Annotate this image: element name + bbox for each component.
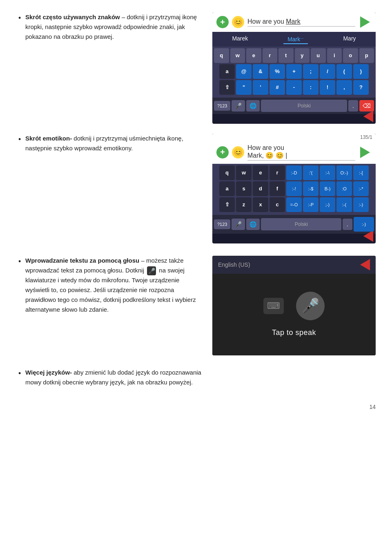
key-slash[interactable]: / [320, 64, 335, 79]
key-num1[interactable]: ?123 [214, 101, 230, 111]
key-emot-cool[interactable]: B-) [320, 181, 335, 196]
voice-mic-button[interactable]: 🎤 [296, 292, 325, 320]
key-dquote[interactable]: " [236, 80, 252, 95]
key-x2[interactable]: x [253, 197, 268, 212]
key-w2[interactable]: w [236, 165, 252, 180]
suggestion-mary[interactable]: Mary [339, 34, 360, 44]
keyboard-icon[interactable]: ⌨ [263, 298, 284, 314]
key-s2[interactable]: s [236, 181, 252, 196]
key-q2[interactable]: q [219, 165, 235, 180]
key-quest[interactable]: ? [353, 80, 369, 95]
key-shift[interactable]: ⇧ [219, 80, 235, 95]
key-f2[interactable]: f [270, 181, 285, 196]
key-emot-smiley2[interactable]: :-) [354, 217, 374, 232]
key-c2[interactable]: c [270, 197, 285, 212]
suggestion-mark[interactable]: Mark [283, 34, 307, 44]
key-lparen[interactable]: ( [336, 64, 352, 79]
key-excl[interactable]: ! [320, 80, 335, 95]
key-percent[interactable]: % [270, 64, 285, 79]
keyboard-screenshot-2: 135/1 + 😊 How are youMark, 😊 😊 | q w e [212, 134, 376, 243]
key-t[interactable]: t [278, 48, 294, 63]
key-mic1[interactable]: 🎤 [232, 100, 245, 112]
key-i[interactable]: i [327, 48, 342, 63]
key-emot-angel[interactable]: O:-) [336, 165, 352, 180]
voice-input-area: ⌨ 🎤 Tap to speak [212, 274, 376, 355]
emoji-button-2[interactable]: 😊 [232, 146, 244, 158]
kb-screen-3: English (US) ⌨ 🎤 Tap to speak [212, 256, 376, 355]
section-3: Wprowadzanie tekstu za pomocą głosu – mo… [16, 256, 376, 355]
key-space1[interactable]: Polski [261, 100, 347, 112]
key-num2[interactable]: ?123 [214, 219, 230, 229]
red-arrow-2 [212, 230, 376, 242]
key-emot-cry[interactable]: :'( [303, 165, 318, 180]
bullet-item-1: Skrót często używanych znaków – dotknij … [16, 12, 204, 42]
key-at[interactable]: @ [236, 64, 252, 79]
key-emot-wink[interactable]: ;-) [320, 197, 335, 212]
key-emot-excl[interactable]: :-! [286, 181, 302, 196]
message-bar-2: + 😊 How are youMark, 😊 😊 | [212, 141, 376, 164]
key-colon[interactable]: : [303, 80, 318, 95]
key-mic2[interactable]: 🎤 [232, 219, 245, 230]
key-q[interactable]: q [214, 48, 229, 63]
key-p[interactable]: p [359, 48, 374, 63]
key-d2[interactable]: d [253, 181, 268, 196]
tap-to-speak-label: Tap to speak [272, 328, 316, 337]
send-button-2[interactable] [359, 146, 372, 159]
key-emot-eqo[interactable]: =-O [286, 197, 302, 212]
voice-controls: ⌨ 🎤 [263, 292, 325, 320]
key-globe2[interactable]: 🌐 [246, 219, 260, 230]
key-w[interactable]: w [230, 48, 245, 63]
key-hash[interactable]: # [270, 80, 285, 95]
kb-row-symbols1: a @ & % + ; / ( ) [214, 64, 374, 79]
key-o[interactable]: o [343, 48, 358, 63]
bullet-1-title: Skrót często używanych znaków [25, 13, 120, 20]
bullet-item-2: Skrót emotikon- dotknij i przytrzymaj uś… [16, 134, 204, 153]
key-comma[interactable]: , [336, 80, 352, 95]
key-emot-o[interactable]: :O [336, 181, 352, 196]
key-emot-sad[interactable]: :-( [336, 197, 352, 212]
key-a[interactable]: a [219, 64, 235, 79]
bullet-3-title: Wprowadzanie tekstu za pomocą głosu [25, 257, 139, 264]
key-rparen[interactable]: ) [353, 64, 369, 79]
emoji-button-1[interactable]: 😊 [232, 16, 244, 28]
key-emot-bsl[interactable]: :-\ [320, 165, 335, 180]
key-emot-lbr[interactable]: :-[ [353, 165, 369, 180]
key-amp[interactable]: & [253, 64, 268, 79]
key-e[interactable]: e [246, 48, 261, 63]
key-emot-dollar[interactable]: :-$ [303, 181, 318, 196]
key-emot-tongue[interactable]: :-P [303, 197, 318, 212]
inline-mic-icon: 🎤 [147, 266, 156, 275]
keyboard-keys-1: q w e r t y u i o p a @ & % + [212, 47, 376, 98]
key-period2[interactable]: . [343, 219, 352, 230]
section-2: Skrót emotikon- dotknij i przytrzymaj uś… [16, 134, 376, 243]
message-bar-1: + 😊 How are you Mark [212, 12, 376, 32]
key-z2[interactable]: z [236, 197, 252, 212]
key-emot-star[interactable]: :-* [353, 181, 369, 196]
key-squote[interactable]: ' [253, 80, 268, 95]
keyboard-screenshot-1: + 😊 How are you Mark Marek Mark Mary q [212, 12, 376, 124]
key-semicolon[interactable]: ; [303, 64, 318, 79]
suggestion-bar-1[interactable]: Marek Mark Mary [212, 32, 376, 47]
key-y[interactable]: y [295, 48, 310, 63]
send-arrow-2 [360, 147, 370, 158]
add-button-1[interactable]: + [216, 16, 229, 28]
key-plus[interactable]: + [286, 64, 302, 79]
key-emot-d[interactable]: :-D [286, 165, 302, 180]
bullet-item-3: Wprowadzanie tekstu za pomocą głosu – mo… [16, 256, 204, 315]
key-r[interactable]: r [263, 48, 278, 63]
key-e2[interactable]: e [253, 165, 268, 180]
add-button-2[interactable]: + [216, 146, 229, 158]
key-minus[interactable]: - [286, 80, 302, 95]
send-button-1[interactable] [359, 16, 372, 29]
key-r2[interactable]: r [270, 165, 285, 180]
suggestion-marek[interactable]: Marek [228, 34, 252, 44]
key-u[interactable]: u [311, 48, 326, 63]
key-emot-smile[interactable]: :-) [353, 197, 369, 212]
page-number: 14 [16, 404, 376, 410]
key-globe1[interactable]: 🌐 [246, 100, 260, 112]
key-space2[interactable]: Polski [261, 218, 341, 230]
key-del1[interactable]: ⌫ [359, 100, 374, 112]
key-shift2[interactable]: ⇧ [219, 197, 235, 212]
key-a2[interactable]: a [219, 181, 235, 196]
key-period1[interactable]: . [348, 100, 358, 112]
